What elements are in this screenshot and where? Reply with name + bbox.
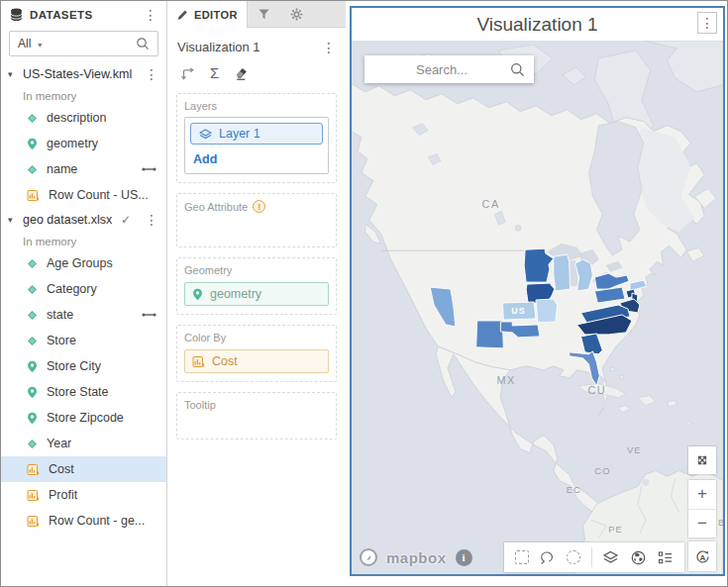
state-WI[interactable]	[554, 254, 571, 291]
list-item[interactable]: ▾ geo dataset.xlsx ✓	[1, 208, 166, 232]
list-item-label: Profit	[49, 488, 77, 502]
link-icon	[142, 165, 156, 173]
list-item[interactable]: ▾ In memory ✓	[1, 232, 166, 250]
database-icon	[10, 8, 23, 22]
expand-arrow-icon[interactable]: ▾	[8, 69, 13, 79]
tab-editor-label: EDITOR	[194, 9, 238, 21]
layer-item[interactable]: Layer 1	[190, 123, 323, 145]
list-item[interactable]: ▾ Profit ✓	[1, 482, 166, 508]
datasets-kebab-menu-icon[interactable]: ⋮	[144, 8, 157, 22]
list-item-label: Age Groups	[47, 256, 113, 270]
list-item[interactable]: ▾ Store ✓	[1, 328, 166, 353]
visualization-title: Visualization 1	[177, 40, 260, 54]
geometry-field-pill[interactable]: geometry	[184, 282, 329, 306]
list-item[interactable]: ▾ Cost ✓	[1, 456, 166, 482]
legend-list-icon[interactable]	[657, 549, 674, 566]
info-icon[interactable]: i	[456, 549, 472, 566]
list-item-label: name	[47, 162, 77, 176]
layers-icon[interactable]	[602, 550, 619, 565]
map-search-box[interactable]: Search...	[364, 55, 534, 83]
filter-funnel-icon	[258, 8, 270, 21]
list-item-label: Category	[47, 282, 97, 296]
list-item-label: Store Zipcode	[47, 411, 124, 425]
search-icon[interactable]	[510, 62, 525, 77]
dataset-filter[interactable]: All ▾	[9, 31, 158, 56]
list-item[interactable]: ▾ Row Count - ge... ✓	[1, 508, 166, 534]
list-item[interactable]: ▾ Age Groups ✓	[1, 250, 166, 276]
list-item-label: Row Count - US...	[49, 188, 149, 202]
list-item[interactable]: ▾ Row Count - US... ✓	[1, 182, 166, 208]
map-label: EC	[567, 484, 581, 495]
swap-axes-icon[interactable]	[179, 65, 195, 81]
list-item[interactable]: ▾ US-States-View.kml ✓	[1, 62, 166, 86]
list-item-label: Store City	[47, 359, 101, 373]
zoom-controls: + −	[688, 480, 716, 538]
kebab-menu-icon[interactable]: ⋮	[145, 67, 158, 81]
gear-icon	[289, 7, 304, 22]
expand-button[interactable]	[688, 446, 716, 474]
toolbar-divider	[591, 547, 592, 567]
mapbox-wordmark[interactable]: mapbox	[386, 549, 447, 566]
list-item[interactable]: ▾ Store State ✓	[1, 379, 166, 405]
dimension-icon	[27, 284, 38, 295]
filter-dropdown-value[interactable]: All	[18, 37, 31, 50]
search-icon[interactable]	[136, 37, 150, 50]
choropleth-map[interactable]: CA US MX CU VE CO EC PE BR	[352, 41, 723, 574]
map-canvas[interactable]: CA US MX CU VE CO EC PE BR Search...	[352, 41, 723, 574]
tab-editor[interactable]: EDITOR	[167, 1, 248, 28]
rectangle-select-icon[interactable]	[515, 550, 529, 564]
list-item[interactable]: ▾ description ✓	[1, 105, 166, 131]
tab-filter[interactable]	[248, 1, 280, 27]
kebab-menu-icon: ⋮	[700, 16, 714, 30]
zoom-out-button[interactable]: −	[688, 510, 716, 538]
tooltip-dropzone[interactable]	[184, 411, 329, 431]
color-by-section[interactable]: Color By Cost	[176, 325, 337, 382]
editor-panel: EDITOR Visualization 1 ⋮	[167, 1, 346, 586]
map-label: VE	[627, 444, 642, 455]
state-NM[interactable]	[476, 321, 504, 348]
kebab-menu-icon[interactable]: ⋮	[145, 213, 158, 227]
expand-arrow-icon[interactable]: ▾	[8, 215, 13, 225]
auto-label-button[interactable]: A	[688, 541, 716, 571]
editor-tabbar: EDITOR	[167, 1, 346, 28]
add-layer-button[interactable]: Add	[185, 149, 328, 173]
layers-icon	[199, 129, 212, 140]
tab-settings[interactable]	[280, 1, 313, 27]
circle-select-icon[interactable]	[567, 550, 580, 564]
list-item[interactable]: ▾ Store City ✓	[1, 353, 166, 379]
dimension-icon	[27, 336, 38, 346]
list-item[interactable]: ▾ Year ✓	[1, 431, 166, 456]
geometry-section[interactable]: Geometry geometry	[176, 257, 337, 315]
dimension-icon	[27, 113, 38, 124]
eraser-icon[interactable]	[234, 65, 250, 81]
mapbox-logo-icon[interactable]	[360, 548, 377, 566]
sigma-icon[interactable]: Σ	[210, 64, 219, 81]
color-by-field-pill[interactable]: Cost	[184, 349, 329, 373]
map-label: CO	[594, 465, 610, 476]
map-label: US	[511, 306, 525, 316]
list-item-label: Row Count - ge...	[49, 514, 145, 528]
list-item[interactable]: ▾ In memory ✓	[1, 86, 166, 105]
tooltip-section[interactable]: Tooltip	[176, 392, 337, 440]
list-item[interactable]: ▾ name ✓	[1, 156, 166, 182]
measure-icon	[27, 489, 40, 502]
list-item[interactable]: ▾ geometry ✓	[1, 131, 166, 156]
measure-icon	[27, 515, 40, 528]
list-item[interactable]: ▾ Store Zipcode ✓	[1, 405, 166, 431]
visualization-title: Visualization 1	[476, 14, 597, 36]
list-item[interactable]: ▾ state ✓	[1, 302, 166, 328]
lasso-select-icon[interactable]	[539, 549, 556, 566]
geo-attribute-section[interactable]: Geo Attribute !	[176, 193, 337, 247]
rotate-a-icon: A	[693, 547, 712, 566]
visualization-kebab-menu-icon[interactable]: ⋮	[322, 41, 336, 54]
map-attribution: mapbox i	[360, 548, 472, 566]
visualization-menu-button[interactable]: ⋮	[697, 12, 717, 34]
dataset-tree: ▾ US-States-View.kml ✓	[1, 62, 166, 534]
geo-attribute-dropzone[interactable]	[184, 213, 329, 239]
datasets-panel: DATASETS ⋮ All ▾ ▾	[1, 1, 167, 586]
zoom-in-button[interactable]: +	[688, 480, 716, 510]
globe-icon[interactable]	[630, 549, 647, 566]
list-item[interactable]: ▾ Category ✓	[1, 276, 166, 302]
list-item-label: geo dataset.xlsx	[23, 213, 112, 227]
state-MO[interactable]	[536, 299, 558, 323]
